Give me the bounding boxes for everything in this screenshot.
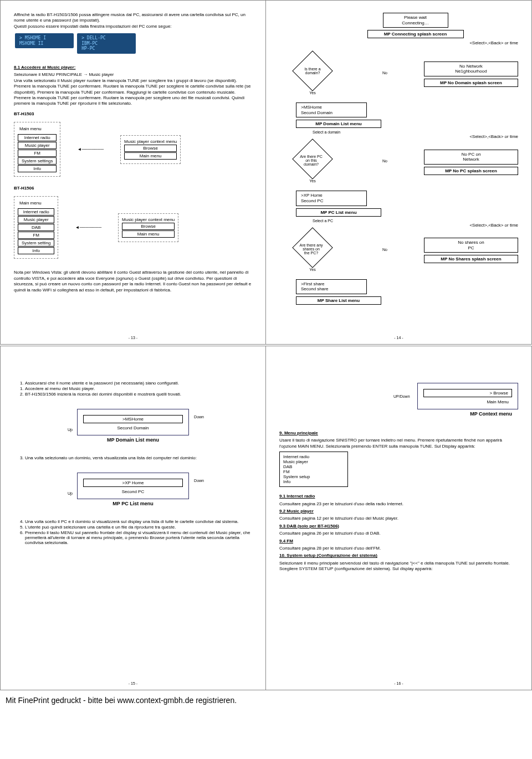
pc-list-box: Up Down >XP Home Second PC MP PC List me…: [77, 473, 189, 499]
label-select-domain: Select a domain: [313, 130, 518, 134]
heading-9-1: 9.1 Internet radio: [279, 494, 518, 499]
label-bt-h1503: BT-H1503: [14, 111, 252, 117]
heading-9-2: 9.2 Music player: [279, 509, 518, 514]
page-16: UP/Down > Browse Main Menu MP Context me…: [266, 346, 531, 690]
page-14: Please wait Connecting… MP Connecting sp…: [266, 1, 531, 344]
page-number: - 16 -: [394, 681, 403, 685]
arrow-icon: ◄───────: [75, 225, 101, 230]
caption-domain-list: MP Domain List menu: [296, 120, 381, 128]
page-15: Assicurarsi che il nome utente e la pass…: [1, 346, 266, 690]
heading-8-1: 8.1 Accedere al Music player:: [14, 65, 252, 70]
step-list-mid: Una volta selezionato un dominio, verrà …: [14, 455, 252, 460]
context-menu-box-2: Music player context menu Browse Main me…: [118, 213, 178, 242]
step-list-top: Assicurarsi che il nome utente e la pass…: [14, 381, 252, 397]
decision-domain: Is there a domain?: [292, 50, 333, 91]
context-menu-box-1: Music player context menu Browse Main me…: [120, 135, 181, 164]
flow-please-wait: Please wait Connecting…: [383, 13, 448, 28]
caption-no-pc: MP No PC splash screen: [424, 167, 518, 175]
hint-select-back: <Select>,<Back> or time: [279, 134, 518, 139]
body-9: Usare il tasto di navigazione SINISTRO p…: [279, 438, 518, 449]
vista-note: Nota per Windows Vista: gli utenti devon…: [14, 270, 252, 293]
flow-no-shares: No shares on PC: [424, 238, 518, 253]
heading-9-3: 9.3 DAB (solo per BT-H1506): [279, 524, 518, 529]
main-menu-box-1506: Main menu Internet radio Music player DA…: [14, 196, 58, 259]
caption-no-shares: MP No Shares splash screen: [424, 255, 518, 263]
decision-pc: Are there PC on this domain?: [292, 139, 333, 180]
main-menu-box-1503: Main menu Internet radio Music player FM…: [14, 122, 60, 177]
flow-no-network: No Network Ne1ghbourhood: [424, 61, 518, 76]
display-main-menu: Internet radio Music player DAB FM Syste…: [279, 452, 348, 487]
body-9-4: Consultare pagina 28 per le istruzioni d…: [279, 546, 518, 551]
heading-9-4: 9.4 FM: [279, 539, 518, 544]
caption-share-list: MP Share List menu: [296, 296, 381, 305]
page-number: - 15 -: [129, 681, 137, 685]
caption-connecting: MP Connecting splash screen: [367, 30, 464, 38]
heading-9: 9. Menu principale: [279, 430, 518, 436]
body-10: Selezionare il menu principale servendos…: [279, 561, 518, 572]
lcd-screen-2: > DELL-PCIBM-PCHP-PC: [77, 33, 136, 54]
page-number: - 13 -: [129, 336, 137, 340]
page-13: Affinché la radio BT-H1503/1506 possa at…: [1, 1, 266, 344]
decision-shares: Are there any shares on the PC?: [292, 227, 333, 268]
flow-share-list: >First share Second share: [296, 279, 367, 294]
body-8-1: Selezionare il MENU PRINCIPALE → Music p…: [14, 72, 252, 106]
heading-10: 10. System setup (Configurazione del sis…: [279, 553, 518, 558]
label-no: No: [382, 71, 387, 75]
hint-select-back: <Select>,<Back> or time: [279, 223, 518, 228]
domain-list-box: Up Down >MSHome Second Domain MP Domain …: [77, 409, 189, 435]
caption-no-domain: MP No Domain splash screen: [424, 79, 518, 87]
fineprint-footer: Mit FinePrint gedruckt - bitte bei www.c…: [0, 691, 532, 709]
intro-text: Affinché la radio BT-H1503/1506 possa at…: [14, 12, 252, 29]
flow-domain-list: >MSHome Second Domain: [296, 102, 367, 117]
caption-pc-list: MP PC List menu: [296, 208, 381, 217]
body-9-1: Consultare pagina 23 per le istruzioni d…: [279, 501, 518, 507]
flow-no-pc: No PC on Network: [424, 150, 518, 165]
label-select-pc: Select a PC: [313, 219, 518, 223]
arrow-icon: ◄───────: [77, 147, 104, 152]
label-bt-h1506: BT-H1506: [14, 186, 252, 191]
lcd-screen-1: > MSHOME IMSHOME II: [15, 33, 74, 48]
page-number: - 14 -: [394, 336, 403, 340]
flow-pc-list: >XP Home Second PC: [296, 191, 367, 206]
body-9-2: Consultare pagina 12 per le istruzioni d…: [279, 516, 518, 521]
context-menu-box: UP/Down > Browse Main Menu MP Context me…: [417, 383, 518, 409]
body-9-3: Consultare pagina 26 per le istruzioni d…: [279, 531, 518, 536]
hint-select-back: <Select>,<Back> or time: [279, 40, 518, 45]
step-list-bottom: Una volta scelto il PC e il dominio si v…: [14, 519, 252, 545]
